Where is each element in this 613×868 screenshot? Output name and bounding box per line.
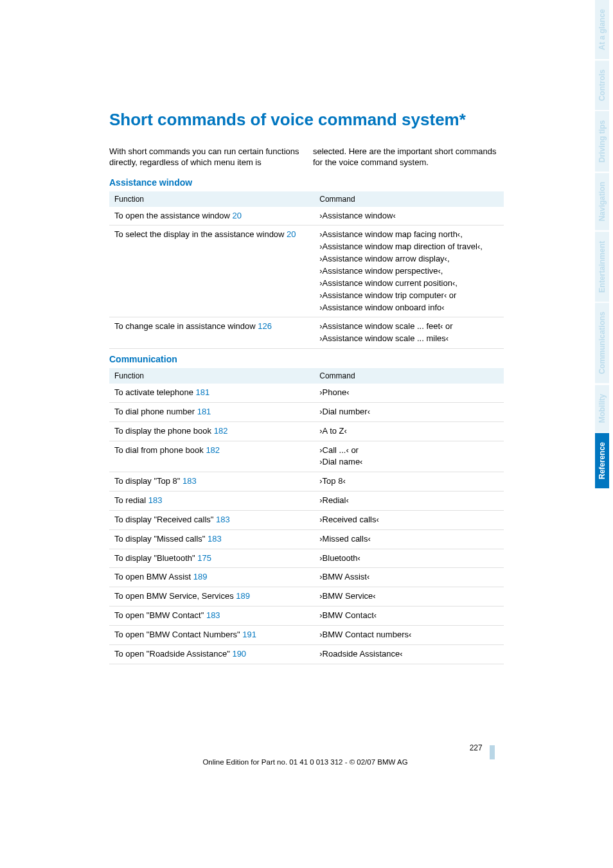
command-cell: ›Received calls‹ [314, 510, 504, 529]
function-text: To display "Received calls" [114, 515, 216, 524]
table-row: To dial from phone book 182›Call ...‹ or… [109, 441, 504, 472]
page-ref[interactable]: 183 [216, 515, 230, 524]
table-row: To display "Received calls" 183›Received… [109, 510, 504, 529]
page-ref[interactable]: 175 [197, 553, 211, 563]
table-row: To display the phone book 182›A to Z‹ [109, 421, 504, 441]
table-row: To display "Top 8" 183›Top 8‹ [109, 472, 504, 492]
function-text: To open the assistance window [114, 211, 233, 220]
command-cell: ›BMW Contact numbers‹ [314, 626, 504, 645]
command-cell: ›Missed calls‹ [314, 529, 504, 549]
function-cell: To dial from phone book 182 [109, 441, 314, 472]
function-cell: To display the phone book 182 [109, 421, 314, 441]
page-ref[interactable]: 182 [214, 426, 228, 436]
command-cell: ›Bluetooth‹ [314, 549, 504, 568]
page-ref[interactable]: 20 [233, 211, 242, 220]
page-content: Short commands of voice command system* … [0, 0, 613, 792]
table-row: To activate telephone 181›Phone‹ [109, 384, 504, 402]
side-tabs: At a glanceControlsDriving tipsNavigatio… [595, 0, 613, 868]
function-text: To select the display in the assistance … [114, 229, 287, 239]
function-text: To activate telephone [114, 387, 195, 397]
function-text: To open BMW Assist [114, 572, 193, 581]
col-function: Function [109, 368, 314, 384]
page-ref[interactable]: 126 [258, 321, 272, 331]
page-ref[interactable]: 183 [208, 534, 222, 544]
table-row: To open "BMW Contact Numbers" 191›BMW Co… [109, 626, 504, 645]
side-tab-driving-tips[interactable]: Driving tips [595, 111, 609, 172]
intro-columns: With short commands you can run certain … [109, 146, 504, 168]
intro-right: selected. Here are the important short c… [313, 146, 504, 168]
page-ref[interactable]: 189 [236, 591, 250, 601]
section-heading: Assistance window [109, 177, 504, 188]
command-cell: ›BMW Contact‹ [314, 607, 504, 626]
function-cell: To change scale in assistance window 126 [109, 317, 314, 349]
function-text: To display "Missed calls" [114, 534, 208, 544]
command-cell: ›Assistance window‹ [314, 207, 504, 226]
side-tab-communications[interactable]: Communications [595, 303, 609, 383]
page-marker-icon [490, 745, 495, 759]
table-row: To display "Missed calls" 183›Missed cal… [109, 529, 504, 549]
function-cell: To dial phone number 181 [109, 402, 314, 421]
command-cell: ›Assistance window scale ... feet‹ or ›A… [314, 317, 504, 349]
page-number: 227 [470, 743, 483, 752]
col-command: Command [314, 191, 504, 207]
page-ref[interactable]: 183 [182, 476, 197, 486]
page-ref[interactable]: 181 [195, 387, 209, 397]
section-heading: Communication [109, 354, 504, 364]
command-cell: ›Top 8‹ [314, 472, 504, 492]
table-row: To redial 183›Redial‹ [109, 492, 504, 511]
side-tab-at-a-glance[interactable]: At a glance [595, 0, 609, 59]
side-tab-mobility[interactable]: Mobility [595, 385, 609, 432]
function-text: To dial phone number [114, 407, 197, 416]
function-cell: To display "Received calls" 183 [109, 510, 314, 529]
side-tab-entertainment[interactable]: Entertainment [595, 232, 609, 302]
function-cell: To open BMW Assist 189 [109, 568, 314, 587]
command-cell: ›Phone‹ [314, 384, 504, 402]
page-ref[interactable]: 20 [287, 229, 296, 239]
function-text: To display the phone book [114, 426, 214, 436]
col-function: Function [109, 191, 314, 207]
function-text: To display "Top 8" [114, 476, 182, 486]
function-cell: To display "Missed calls" 183 [109, 529, 314, 549]
table-row: To open BMW Assist 189›BMW Assist‹ [109, 568, 504, 587]
page-ref[interactable]: 182 [206, 445, 220, 455]
function-cell: To redial 183 [109, 492, 314, 511]
side-tab-reference[interactable]: Reference [595, 433, 609, 488]
command-cell: ›A to Z‹ [314, 421, 504, 441]
function-cell: To open "BMW Contact" 183 [109, 607, 314, 626]
commands-table: FunctionCommandTo open the assistance wi… [109, 191, 504, 349]
command-cell: ›Dial number‹ [314, 402, 504, 421]
function-cell: To open BMW Service, Services 189 [109, 587, 314, 607]
table-row: To change scale in assistance window 126… [109, 317, 504, 349]
table-row: To dial phone number 181›Dial number‹ [109, 402, 504, 421]
side-tab-navigation[interactable]: Navigation [595, 173, 609, 230]
function-text: To redial [114, 495, 148, 505]
function-cell: To display "Bluetooth" 175 [109, 549, 314, 568]
page-ref[interactable]: 190 [232, 649, 246, 659]
table-row: To display "Bluetooth" 175›Bluetooth‹ [109, 549, 504, 568]
commands-table: FunctionCommandTo activate telephone 181… [109, 368, 504, 664]
function-text: To open BMW Service, Services [114, 591, 236, 601]
table-row: To open the assistance window 20›Assista… [109, 207, 504, 226]
command-cell: ›BMW Assist‹ [314, 568, 504, 587]
page-ref[interactable]: 181 [197, 407, 211, 416]
page-ref[interactable]: 183 [148, 495, 163, 505]
page-ref[interactable]: 183 [206, 610, 220, 620]
command-cell: ›Roadside Assistance‹ [314, 644, 504, 664]
function-cell: To display "Top 8" 183 [109, 472, 314, 492]
page-ref[interactable]: 191 [242, 630, 256, 639]
table-row: To select the display in the assistance … [109, 226, 504, 317]
table-row: To open BMW Service, Services 189›BMW Se… [109, 587, 504, 607]
side-tab-controls[interactable]: Controls [595, 60, 609, 110]
function-text: To dial from phone book [114, 445, 206, 455]
command-cell: ›BMW Service‹ [314, 587, 504, 607]
function-text: To change scale in assistance window [114, 321, 258, 331]
table-row: To open "BMW Contact" 183›BMW Contact‹ [109, 607, 504, 626]
page-ref[interactable]: 189 [193, 572, 208, 581]
col-command: Command [314, 368, 504, 384]
footer-line: Online Edition for Part no. 01 41 0 013 … [109, 758, 501, 766]
function-cell: To open "BMW Contact Numbers" 191 [109, 626, 314, 645]
footer: 227 Online Edition for Part no. 01 41 0 … [109, 741, 504, 766]
command-cell: ›Redial‹ [314, 492, 504, 511]
function-cell: To select the display in the assistance … [109, 226, 314, 317]
function-text: To open "Roadside Assistance" [114, 649, 232, 659]
